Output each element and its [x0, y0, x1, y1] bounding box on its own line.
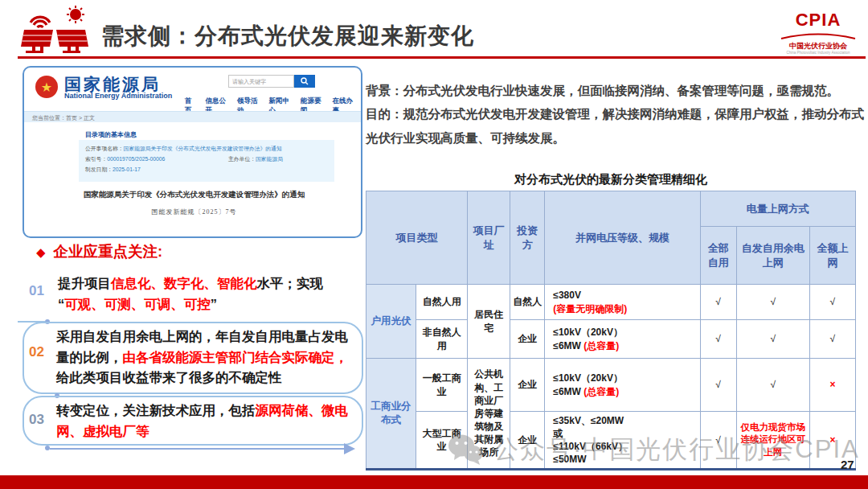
category-cell: 户用光伏: [366, 285, 416, 359]
investor-cell: 企业: [510, 359, 545, 412]
focus-item-2-number: 02: [29, 344, 44, 360]
col-header-mode-group: 电量上网方式: [700, 191, 855, 227]
investor-cell: 企业: [510, 412, 545, 470]
field-value: 国家能源局: [256, 156, 283, 162]
category-cell: 工商业分布式: [366, 359, 416, 470]
focus-item-2-text: 采用自发自用余电上网的，年自发自用电量占发电量的比例，由各省级能源主管部门结合实…: [56, 327, 358, 388]
mark-cell: √: [700, 359, 736, 412]
document-number: 国能发新能规〔2025〕7号: [32, 208, 356, 216]
subtype-cell: 非自然人用: [416, 320, 468, 359]
table-title: 对分布式光伏的最新分类管理精细化: [366, 172, 856, 187]
focus-item-1-number: 01: [29, 283, 44, 299]
investor-cell: 企业: [510, 320, 545, 359]
mark-cell: ×: [809, 359, 855, 412]
table-row: 户用光伏 自然人用 居民住宅 自然人 ≤380V(容量无明确限制) √ √ √: [366, 285, 856, 320]
solar-panel-icon: [19, 5, 93, 55]
background-line: 背景：分布式光伏发电行业快速发展，但面临接网消纳、备案管理等问题，亟需规范。: [366, 79, 867, 102]
focus-item-1-text: 提升项目信息化、数字化、智能化水平；实现“可观、可测、可调、可控”: [58, 273, 365, 314]
document-title: 国家能源局关于印发《分布式光伏发电开发建设管理办法》的通知: [32, 190, 356, 200]
site-cell: 公共机构、工商业厂房等建筑物及其附属场所: [468, 359, 510, 470]
info-row-index: 索引号：000019705/2025-00006 主办单位：国家能源局: [85, 154, 328, 165]
field-value: 国家能源局关于印发《分布式光伏发电开发建设管理办法》的通知: [124, 146, 282, 151]
table-row: 大型工商业 企业 ≤35kV、≤20MW或≤110kV（66kV）≤50MW √…: [366, 412, 856, 470]
col-header-project-type: 项目类型: [366, 191, 468, 285]
subtype-cell: 自然人用: [416, 285, 468, 320]
field-label: 制发日期：: [85, 166, 113, 172]
info-box: 公开事项名称：国家能源局关于印发《分布式光伏发电开发建设管理办法》的通知 索引号…: [79, 140, 334, 182]
national-emblem-icon: ★: [35, 75, 59, 99]
info-row-org: 主办单位：国家能源局: [228, 154, 283, 165]
grid-spec-cell: ≤380V(容量无明确限制): [545, 285, 700, 320]
slide: 需求侧：分布式光伏发展迎来新变化 CPIA 中国光伏行业协会 China Pho…: [0, 0, 868, 489]
nea-website-screenshot: ★ 国家能源局 National Energy Administration 首…: [23, 66, 362, 238]
classification-table: 项目类型 项目厂址 投资方 并网电压等级、规模 电量上网方式 全部自用 自发自用…: [366, 191, 856, 471]
mark-cell: √: [700, 412, 736, 470]
col-header-full-grid: 全额上网: [809, 227, 855, 285]
focus-heading-text: 企业应重点关注:: [54, 243, 163, 260]
table-row: 非自然人用 企业 ≤10kV（20kV）≤6MW (总容量) √ √ √: [366, 320, 856, 359]
col-header-site: 项目厂址: [468, 191, 510, 285]
svg-text:★: ★: [41, 80, 52, 94]
col-header-full-self-use: 全部自用: [700, 227, 736, 285]
page-number: 27: [841, 458, 854, 471]
field-value: 2025-01-17: [113, 166, 141, 172]
info-section-title: 目录项的基本信息: [85, 130, 137, 139]
info-row-name: 公开事项名称：国家能源局关于印发《分布式光伏发电开发建设管理办法》的通知: [85, 144, 328, 154]
intro-text: 背景：分布式光伏发电行业快速发展，但面临接网消纳、备案管理等问题，亟需规范。 目…: [366, 79, 867, 150]
mark-cell: √: [700, 285, 736, 320]
mark-cell: √: [736, 285, 809, 320]
col-header-grid: 并网电压等级、规模: [545, 191, 700, 285]
field-label: 索引号：: [85, 156, 107, 162]
field-label: 公开事项名称：: [85, 146, 124, 151]
field-value: 000019705/2025-00006: [107, 156, 165, 162]
search-button[interactable]: [294, 75, 315, 88]
grid-spec-cell: ≤35kV、≤20MW或≤110kV（66kV）≤50MW: [545, 412, 700, 470]
col-header-self-use-surplus: 自发自用余电上网: [736, 227, 809, 285]
focus-heading: ◆企业应重点关注:: [36, 241, 162, 261]
search-input[interactable]: [228, 75, 294, 88]
cpia-acronym: CPIA: [773, 11, 863, 29]
table-row: 工商业分布式 一般工商业 公共机构、工商业厂房等建筑物及其附属场所 企业 ≤10…: [366, 359, 856, 412]
focus-item-3-number: 03: [29, 412, 44, 428]
page-title: 需求侧：分布式光伏发展迎来新变化: [101, 21, 474, 51]
focus-item-3-text: 转变定位，关注新技术应用，包括源网荷储、微电网、虚拟电厂等: [56, 401, 358, 442]
info-row-date: 制发日期：2025-01-17: [85, 165, 328, 175]
site-cell: 居民住宅: [468, 285, 510, 359]
grid-spec-cell: ≤10kV（20kV）≤6MW (总容量): [545, 320, 700, 359]
breadcrumb: 您当前位置：首页 > 正文: [24, 111, 361, 122]
diamond-bullet-icon: ◆: [36, 245, 46, 259]
cpia-logo: CPIA 中国光伏行业协会 China Photovoltaic Industr…: [773, 5, 863, 55]
agency-name-en: National Energy Administration: [64, 92, 172, 100]
grid-spec-cell: ≤10kV（20kV）≤6MW (总容量): [545, 359, 700, 412]
purpose-line: 目的：规范分布式光伏发电开发建设管理，解决接网消纳难题，保障用户权益，推动分布式…: [366, 102, 867, 150]
subtype-cell: 大型工商业: [416, 412, 468, 470]
cpia-org-name-en: China Photovoltaic Industry Association: [773, 51, 863, 55]
cpia-swoosh-icon: [780, 33, 857, 39]
search-icon: [301, 77, 309, 85]
mark-cell: √: [809, 285, 855, 320]
col-header-investor: 投资方: [510, 191, 545, 285]
title-underline: [18, 56, 866, 59]
arrow-right-icon: [344, 443, 355, 454]
footer-bar: [0, 475, 868, 489]
mark-cell: √: [700, 320, 736, 359]
mark-cell: √: [736, 359, 809, 412]
note-cell: 仅电力现货市场连续运行地区可上网: [736, 412, 809, 470]
field-label: 主办单位：: [228, 156, 256, 162]
mark-cell: √: [736, 320, 809, 359]
cpia-org-name-cn: 中国光伏行业协会: [773, 43, 863, 50]
investor-cell: 自然人: [510, 285, 545, 320]
subtype-cell: 一般工商业: [416, 359, 468, 412]
mark-cell: √: [809, 320, 855, 359]
arrow-line: [50, 448, 346, 450]
